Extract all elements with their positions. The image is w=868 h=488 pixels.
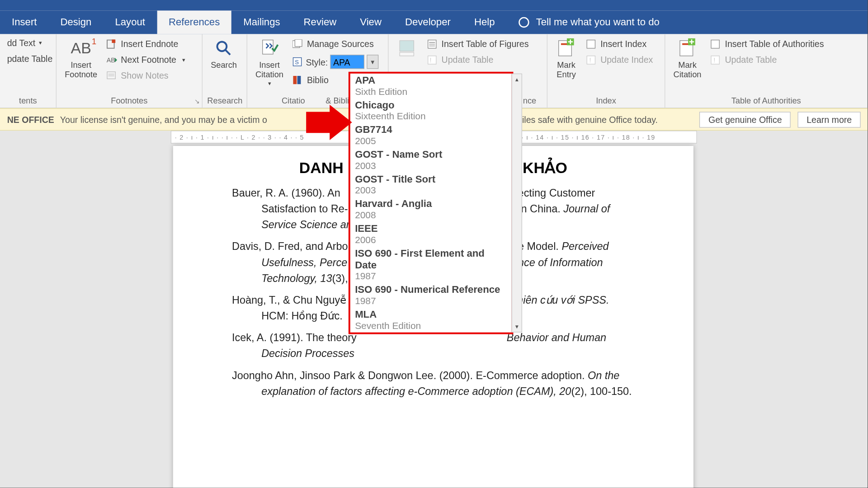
next-footnote-icon: AB [107,55,117,65]
svg-point-6 [217,42,227,51]
mark-citation-button[interactable]: Mark Citation [670,37,705,80]
update-toa-button[interactable]: ! Update Table [708,53,826,66]
insert-footnote-button[interactable]: AB1 Insert Footnote [61,37,101,80]
svg-rect-3 [107,71,115,79]
style-option-name: GOST - Name Sort [355,149,507,160]
svg-rect-13 [293,75,297,84]
style-label: Style: [306,57,328,67]
insert-endnote-button[interactable]: Insert Endnote [104,38,188,50]
endnote-icon [107,39,117,49]
style-option-edition: 1987 [355,271,507,282]
citation-icon [259,38,280,59]
get-genuine-button[interactable]: Get genuine Office [700,112,791,127]
tab-design[interactable]: Design [48,10,103,34]
style-option[interactable]: ISO 690 - Numerical Reference1987 [350,283,512,308]
insert-citation-button[interactable]: Insert Citation▾ [252,37,287,88]
style-option-edition: Sixth Edition [355,86,507,97]
style-option-edition: 2005 [355,136,507,146]
tab-layout[interactable]: Layout [103,10,157,34]
tab-review[interactable]: Review [292,10,349,34]
update-index-button[interactable]: ! Update Index [584,53,656,66]
mark-entry-button[interactable]: Mark Entry [552,37,580,80]
update-toc-button[interactable]: pdate Table [5,52,55,65]
svg-text:AB: AB [107,56,115,63]
tab-insert[interactable]: Insert [0,10,48,34]
style-option-name: APA [355,75,507,86]
notif-msg-right: r files safe with genuine Office today. [514,114,658,124]
style-option-edition: 2006 [355,235,507,245]
insert-caption-button[interactable] [393,37,422,60]
notes-icon [107,71,117,80]
bibliography-entry: Joongho Ahn, Jinsoo Park & Dongwon Lee. … [232,368,635,399]
style-option[interactable]: Harvard - Anglia2008 [350,197,512,222]
svg-rect-16 [400,52,414,56]
tell-me-label: Tell me what you want to do [536,16,660,28]
style-option-name: GOST - Title Sort [355,174,507,185]
style-option[interactable]: ChicagoSixteenth Edition [350,98,512,123]
scroll-up-icon[interactable]: ▲ [512,74,522,84]
show-notes-button[interactable]: Show Notes [104,70,188,82]
group-toa-label: Table of Authorities [670,95,863,107]
add-text-button[interactable]: dd Text ▾ [5,37,55,49]
svg-rect-10 [295,39,302,47]
style-option-edition: 1987 [355,296,507,306]
insert-toa-button[interactable]: Insert Table of Authorities [708,38,826,50]
citation-style-dropdown: APASixth EditionChicagoSixteenth Edition… [349,72,514,334]
svg-rect-28 [587,40,595,48]
footnotes-dialog-launcher[interactable]: ↘ [194,98,200,105]
style-option-name: Chicago [355,99,507,111]
style-icon: S [293,57,303,66]
tab-developer[interactable]: Developer [393,10,462,34]
tell-me-search[interactable]: Tell me what you want to do [519,10,660,34]
svg-text:!: ! [589,56,591,63]
insert-index-button[interactable]: Insert Index [584,38,656,50]
style-option-name: ISO 690 - First Element and Date [355,248,507,271]
next-footnote-button[interactable]: AB Next Footnote ▾ [104,53,188,66]
citation-style-control: S Style: ▼ [291,53,381,70]
style-option-name: Harvard - Anglia [355,198,507,210]
group-research-label: Research [207,95,242,107]
svg-rect-21 [428,56,436,64]
svg-rect-14 [297,75,301,84]
svg-rect-1 [112,39,116,43]
tab-view[interactable]: View [348,10,393,34]
style-option-edition: 2008 [355,210,507,221]
dropdown-scrollbar[interactable]: ▲ ▼ [512,74,522,333]
mark-entry-icon [556,38,577,59]
group-footnotes-label: Footnotes [61,95,197,107]
update-tof-button[interactable]: ! Update Table [425,53,531,66]
tab-references[interactable]: References [157,10,231,34]
mark-citation-icon [677,38,698,59]
svg-rect-15 [400,41,414,51]
style-option[interactable]: APASixth Edition [350,74,512,99]
update-icon: ! [427,55,438,65]
style-option[interactable]: GOST - Title Sort2003 [350,173,512,197]
style-option[interactable]: GOST - Name Sort2003 [350,148,512,173]
scroll-down-icon[interactable]: ▼ [512,321,522,332]
svg-text:!: ! [714,56,716,63]
search-icon [213,38,235,59]
ribbon-tab-row: Insert Design Layout References Mailings… [0,10,868,34]
style-option[interactable]: GB77142005 [350,123,512,148]
style-option[interactable]: MLASeventh Edition [350,308,512,333]
annotation-arrow [306,105,353,140]
bibliography-icon [293,75,303,84]
style-combo-arrow[interactable]: ▼ [367,55,378,69]
search-button[interactable]: Search [207,37,240,71]
style-option[interactable]: IEEE2006 [350,222,512,247]
group-index-label: Index [552,95,660,107]
lightbulb-icon [519,17,529,28]
style-combo-input[interactable] [330,55,364,69]
tab-help[interactable]: Help [462,10,507,34]
manage-sources-button[interactable]: Manage Sources [291,38,381,50]
caption-icon [397,38,418,59]
style-option-name: IEEE [355,223,507,235]
style-option[interactable]: ISO 690 - First Element and Date1987 [350,247,512,283]
learn-more-button[interactable]: Learn more [798,112,861,127]
style-option-edition: Seventh Edition [355,321,507,331]
svg-rect-36 [712,40,720,48]
bibliography-entry: Icek, A. (1991). The theoryBehavior and … [232,330,635,361]
footnote-icon: AB1 [71,38,92,59]
tab-mailings[interactable]: Mailings [231,10,292,34]
insert-tof-button[interactable]: Insert Table of Figures [425,38,531,50]
